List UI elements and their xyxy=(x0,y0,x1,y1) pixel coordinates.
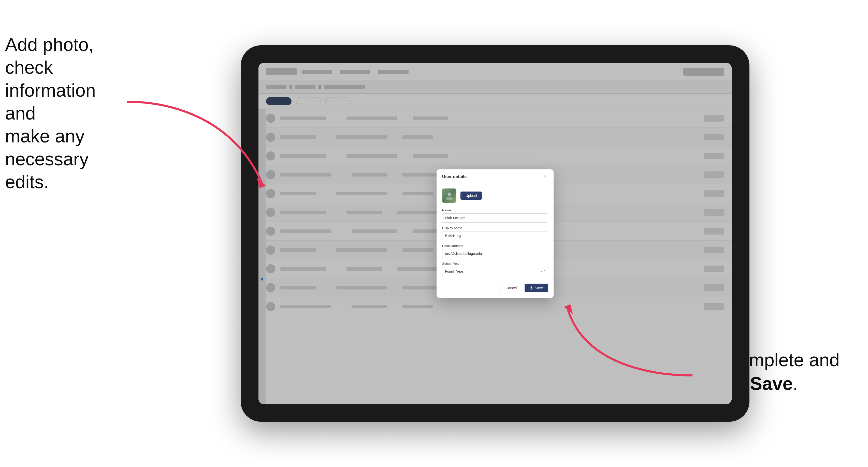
avatar-section: Upload xyxy=(442,188,548,203)
modal-overlay[interactable]: User details × xyxy=(258,63,732,404)
annotation-left-line1: Add photo, check xyxy=(5,34,94,77)
school-year-label: School Year xyxy=(442,262,548,266)
svg-point-3 xyxy=(446,197,453,200)
name-field-group: Name xyxy=(442,208,548,223)
save-button[interactable]: Save xyxy=(525,284,548,292)
modal-body: Upload Name Display name Email addre xyxy=(437,183,554,298)
email-label: Email address xyxy=(442,244,548,248)
tablet-screen: User details × xyxy=(258,63,732,404)
cancel-button[interactable]: Cancel xyxy=(500,284,522,292)
name-label: Name xyxy=(442,208,548,212)
school-year-select-wrapper: First Year Second Year Third Year Fourth… xyxy=(442,267,548,276)
annotation-left-line2: information and xyxy=(5,80,96,123)
tablet-device: User details × xyxy=(241,45,749,422)
upload-photo-button[interactable]: Upload xyxy=(461,191,482,200)
user-avatar xyxy=(442,188,456,203)
display-name-input[interactable] xyxy=(442,231,548,240)
select-clear-icon[interactable]: × xyxy=(540,269,542,274)
display-name-label: Display name xyxy=(442,226,548,230)
user-details-modal: User details × xyxy=(437,169,554,298)
avatar-image xyxy=(442,188,456,203)
annotation-left-line3: make any xyxy=(5,126,85,146)
save-icon xyxy=(530,286,533,290)
annotation-left: Add photo, check information and make an… xyxy=(5,33,127,193)
modal-title: User details xyxy=(442,174,467,179)
display-name-field-group: Display name xyxy=(442,226,548,240)
modal-close-button[interactable]: × xyxy=(542,174,548,180)
school-year-field-group: School Year First Year Second Year Third… xyxy=(442,262,548,276)
svg-rect-4 xyxy=(530,289,533,289)
annotation-left-line4: necessary edits. xyxy=(5,149,89,192)
email-field-group: Email address xyxy=(442,244,548,258)
school-year-select[interactable]: First Year Second Year Third Year Fourth… xyxy=(442,267,548,276)
email-input[interactable] xyxy=(442,249,548,258)
modal-header: User details × xyxy=(437,169,554,183)
name-input[interactable] xyxy=(442,213,548,223)
modal-footer: Cancel Save xyxy=(442,280,548,292)
svg-point-2 xyxy=(447,192,451,196)
